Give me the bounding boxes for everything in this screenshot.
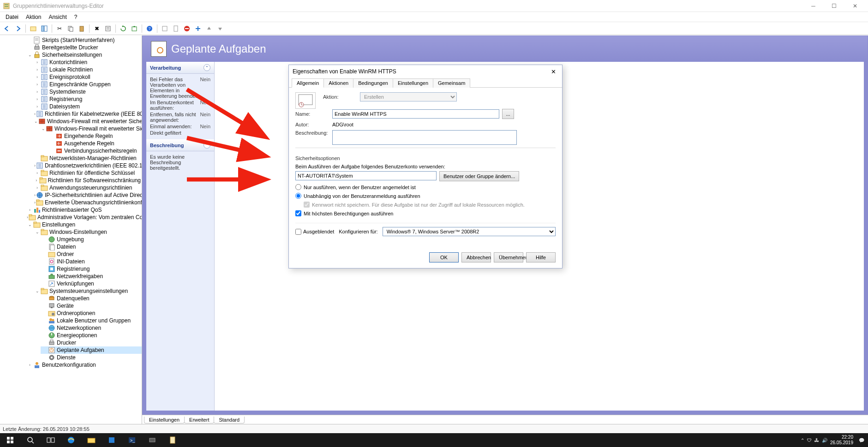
tree-item[interactable]: ›Richtlinien für öffentliche Schlüssel — [33, 169, 142, 177]
dialog-tab[interactable]: Gemeinsam — [433, 78, 470, 88]
no-icon[interactable]: › — [34, 200, 36, 206]
app1-button[interactable] — [102, 433, 122, 447]
change-user-button[interactable]: Benutzer oder Gruppe ändern... — [439, 171, 519, 181]
powershell-button[interactable]: >_ — [122, 433, 142, 447]
tree-item[interactable]: ⌄Windows-Firewall mit erweiterter Sicher… — [41, 125, 142, 132]
tree-item[interactable]: ›Systemdienste — [33, 88, 142, 95]
no-icon[interactable]: › — [34, 104, 40, 110]
tree-item[interactable]: Verknüpfungen — [41, 280, 142, 287]
no-icon[interactable]: › — [34, 60, 40, 66]
ie-button[interactable] — [61, 433, 81, 447]
tree-item[interactable]: ›Administrative Vorlagen: Vom zentralen … — [26, 214, 142, 221]
close-button[interactable]: ✕ — [844, 0, 865, 12]
tree-item[interactable]: ›Anwendungssteuerungsrichtlinien — [33, 184, 142, 191]
taskview-button[interactable] — [41, 433, 61, 447]
paste-button[interactable] — [77, 24, 87, 34]
up-button[interactable] — [28, 24, 38, 34]
tree-item[interactable]: Netzwerklisten-Manager-Richtlinien — [33, 155, 142, 162]
no-icon[interactable]: › — [27, 207, 33, 213]
search-button[interactable] — [20, 433, 41, 447]
tree-item[interactable]: Umgebung — [41, 236, 142, 243]
btab-einstellungen[interactable]: Einstellungen — [144, 417, 185, 423]
export-button[interactable] — [129, 24, 139, 34]
explorer-button[interactable] — [81, 433, 102, 447]
tree-item[interactable]: Netzwerkfreigaben — [41, 273, 142, 280]
apply-button[interactable]: Übernehmen — [494, 252, 523, 262]
tree-item[interactable]: INI-Dateien — [41, 258, 142, 265]
tree-item[interactable]: Dienste — [41, 354, 142, 361]
tray-volume-icon[interactable]: 🔊 — [822, 438, 827, 443]
radio-logged-in[interactable] — [295, 184, 301, 190]
tree-item[interactable]: Geplante Aufgaben — [41, 346, 142, 354]
tree-item[interactable]: Netzwerkoptionen — [41, 324, 142, 332]
dialog-tab[interactable]: Allgemein — [292, 78, 324, 88]
minimize-button[interactable]: ─ — [803, 0, 824, 12]
no-icon[interactable]: › — [34, 185, 40, 191]
tree-item[interactable]: ⌄Sicherheitseinstellungen — [26, 51, 142, 59]
processing-header[interactable]: Verarbeitung ⌃ — [146, 62, 214, 74]
back-button[interactable] — [2, 24, 12, 34]
browse-button[interactable]: ... — [502, 109, 514, 119]
tree-item[interactable]: Eingehende Regeln — [48, 132, 142, 140]
tree-item[interactable]: ›Drahtlosnetzwerkrichtlinien (IEEE 802.1… — [33, 162, 142, 169]
menu-datei[interactable]: Datei — [2, 13, 22, 21]
menu-aktion[interactable]: Aktion — [22, 13, 45, 21]
help-button[interactable]: ? — [144, 24, 155, 34]
dialog-tab[interactable]: Aktionen — [323, 78, 353, 88]
ok-button[interactable]: OK — [429, 252, 459, 262]
up-arrow-button[interactable] — [204, 24, 214, 34]
tree-item[interactable]: Energieoptionen — [41, 332, 142, 339]
no-icon[interactable]: › — [34, 111, 36, 117]
tree-item[interactable]: ›Eingeschränkte Gruppen — [33, 81, 142, 88]
tree-item[interactable]: Bereitgestellte Drucker — [26, 44, 142, 51]
dialog-close-button[interactable]: ✕ — [547, 67, 559, 76]
tray-network-icon[interactable]: 🖧 — [814, 438, 819, 443]
add-button[interactable] — [193, 24, 203, 34]
no-icon[interactable]: › — [34, 82, 40, 88]
desc-input[interactable] — [332, 130, 517, 145]
radio-independent[interactable] — [295, 193, 301, 199]
tree-item[interactable]: ›Lokale Richtlinien — [33, 66, 142, 73]
cut-button[interactable]: ✂ — [54, 24, 65, 34]
chevron-down-icon[interactable]: ⌄ — [34, 119, 38, 125]
tree-item[interactable]: Lokale Benutzer und Gruppen — [41, 317, 142, 324]
chevron-down-icon[interactable]: ⌄ — [34, 229, 40, 235]
showtree-button[interactable] — [39, 24, 49, 34]
btab-standard[interactable]: Standard — [214, 417, 245, 423]
tree-item[interactable]: Geräte — [41, 302, 142, 310]
help-button[interactable]: Hilfe — [526, 252, 556, 262]
no-icon[interactable]: › — [34, 89, 40, 95]
checkbox-highest-privileges[interactable] — [295, 210, 301, 216]
servermgr-button[interactable] — [142, 433, 162, 447]
tree-item[interactable]: ⌄Einstellungen — [26, 221, 142, 228]
tree-item[interactable]: ⌄Windows-Firewall mit erweiterter Sicher… — [33, 118, 142, 125]
start-button[interactable] — [0, 433, 20, 447]
menu-ansicht[interactable]: Ansicht — [45, 13, 70, 21]
no-icon[interactable]: › — [34, 67, 40, 73]
forward-button[interactable] — [13, 24, 23, 34]
tray-chevron-icon[interactable]: ⌃ — [801, 438, 804, 443]
tree-item[interactable]: ›Richtlinien für Kabelnetzwerke (IEEE 80… — [33, 110, 142, 118]
tree-item[interactable]: ›Richtlinien für Softwareeinschränkung — [33, 177, 142, 184]
menu-help[interactable]: ? — [71, 13, 81, 21]
clock[interactable]: 22:20 26.05.2019 — [830, 435, 853, 446]
chevron-down-icon[interactable]: ⌄ — [34, 288, 40, 294]
cancel-button[interactable]: Abbrechen — [461, 252, 491, 262]
user-account-input[interactable] — [295, 171, 437, 180]
no-icon[interactable]: › — [34, 96, 40, 102]
tray-shield-icon[interactable]: 🛡 — [807, 438, 812, 443]
tree-item[interactable]: Drucker — [41, 339, 142, 346]
tree-item[interactable]: ›Ereignisprotokoll — [33, 73, 142, 81]
delete-button[interactable]: ✖ — [92, 24, 102, 34]
dialog-tab[interactable]: Bedingungen — [353, 78, 393, 88]
tree-item[interactable]: Verbindungssicherheitsregeln — [48, 147, 142, 155]
tree-item[interactable]: ›Kontorichtlinien — [33, 59, 142, 66]
chevron-down-icon[interactable]: ⌄ — [42, 126, 45, 132]
tree-item[interactable]: Ausgehende Regeln — [48, 140, 142, 147]
configfor-select[interactable]: Windows® 7, Windows Server™ 2008R2 — [383, 227, 556, 236]
collapse-icon[interactable]: ⌃ — [204, 142, 210, 149]
no-icon[interactable]: › — [34, 192, 36, 198]
tree-item[interactable]: ›Dateisystem — [33, 103, 142, 110]
no-icon[interactable]: › — [27, 215, 28, 221]
stop-button[interactable] — [182, 24, 192, 34]
